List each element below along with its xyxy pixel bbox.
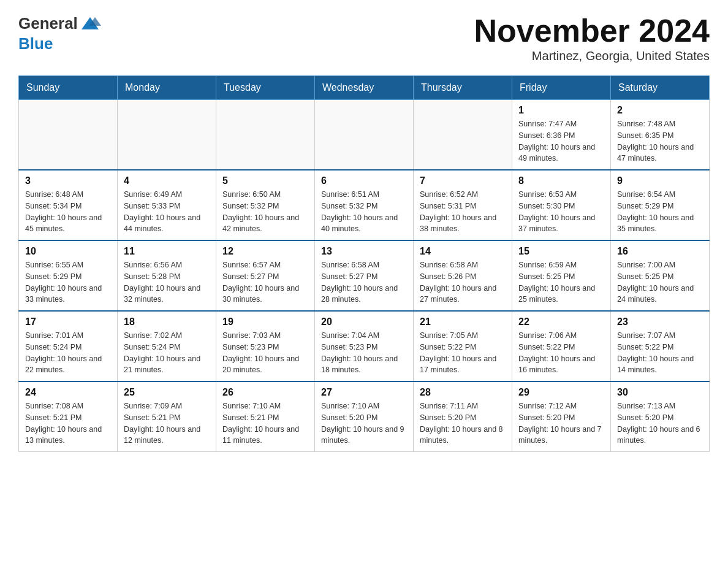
day-info: Sunrise: 6:55 AM Sunset: 5:29 PM Dayligh…	[25, 259, 111, 305]
day-number: 17	[25, 316, 111, 327]
day-info: Sunrise: 7:09 AM Sunset: 5:21 PM Dayligh…	[124, 400, 210, 446]
day-info: Sunrise: 7:10 AM Sunset: 5:21 PM Dayligh…	[222, 400, 308, 446]
day-number: 28	[420, 387, 506, 398]
day-number: 2	[617, 105, 703, 116]
calendar-cell: 15Sunrise: 6:59 AM Sunset: 5:25 PM Dayli…	[512, 240, 611, 311]
day-number: 20	[321, 316, 407, 327]
day-number: 22	[518, 316, 604, 327]
day-info: Sunrise: 7:13 AM Sunset: 5:20 PM Dayligh…	[617, 400, 703, 446]
calendar-cell: 27Sunrise: 7:10 AM Sunset: 5:20 PM Dayli…	[315, 381, 414, 452]
calendar-cell: 9Sunrise: 6:54 AM Sunset: 5:29 PM Daylig…	[611, 170, 710, 240]
calendar-cell: 19Sunrise: 7:03 AM Sunset: 5:23 PM Dayli…	[216, 311, 315, 381]
calendar-cell: 17Sunrise: 7:01 AM Sunset: 5:24 PM Dayli…	[19, 311, 118, 381]
day-number: 19	[222, 316, 308, 327]
calendar-week-row: 17Sunrise: 7:01 AM Sunset: 5:24 PM Dayli…	[19, 311, 710, 381]
logo-blue-text: Blue	[18, 34, 53, 53]
day-number: 21	[420, 316, 506, 327]
calendar-cell: 1Sunrise: 7:47 AM Sunset: 6:36 PM Daylig…	[512, 100, 611, 170]
calendar-cell: 25Sunrise: 7:09 AM Sunset: 5:21 PM Dayli…	[118, 381, 216, 452]
day-number: 16	[617, 246, 703, 257]
day-info: Sunrise: 6:53 AM Sunset: 5:30 PM Dayligh…	[518, 189, 604, 235]
calendar-cell: 24Sunrise: 7:08 AM Sunset: 5:21 PM Dayli…	[19, 381, 118, 452]
day-number: 23	[617, 316, 703, 327]
day-info: Sunrise: 7:07 AM Sunset: 5:22 PM Dayligh…	[617, 330, 703, 376]
calendar-cell: 13Sunrise: 6:58 AM Sunset: 5:27 PM Dayli…	[315, 240, 414, 311]
calendar-cell: 26Sunrise: 7:10 AM Sunset: 5:21 PM Dayli…	[216, 381, 315, 452]
day-info: Sunrise: 7:48 AM Sunset: 6:35 PM Dayligh…	[617, 118, 703, 164]
day-info: Sunrise: 7:02 AM Sunset: 5:24 PM Dayligh…	[124, 330, 210, 376]
weekday-header-row: SundayMondayTuesdayWednesdayThursdayFrid…	[19, 76, 710, 100]
calendar-cell: 14Sunrise: 6:58 AM Sunset: 5:26 PM Dayli…	[414, 240, 512, 311]
day-number: 14	[420, 246, 506, 257]
weekday-header-monday: Monday	[118, 76, 216, 100]
weekday-header-friday: Friday	[512, 76, 611, 100]
weekday-header-thursday: Thursday	[414, 76, 512, 100]
calendar-cell: 2Sunrise: 7:48 AM Sunset: 6:35 PM Daylig…	[611, 100, 710, 170]
day-info: Sunrise: 7:03 AM Sunset: 5:23 PM Dayligh…	[222, 330, 308, 376]
day-info: Sunrise: 7:00 AM Sunset: 5:25 PM Dayligh…	[617, 259, 703, 305]
day-info: Sunrise: 7:05 AM Sunset: 5:22 PM Dayligh…	[420, 330, 506, 376]
calendar-cell: 3Sunrise: 6:48 AM Sunset: 5:34 PM Daylig…	[19, 170, 118, 240]
calendar-cell: 4Sunrise: 6:49 AM Sunset: 5:33 PM Daylig…	[118, 170, 216, 240]
logo: General Blue	[18, 12, 101, 53]
calendar-week-row: 3Sunrise: 6:48 AM Sunset: 5:34 PM Daylig…	[19, 170, 710, 240]
calendar-table: SundayMondayTuesdayWednesdayThursdayFrid…	[18, 75, 710, 452]
calendar-cell: 23Sunrise: 7:07 AM Sunset: 5:22 PM Dayli…	[611, 311, 710, 381]
weekday-header-wednesday: Wednesday	[315, 76, 414, 100]
day-info: Sunrise: 6:58 AM Sunset: 5:27 PM Dayligh…	[321, 259, 407, 305]
day-info: Sunrise: 6:58 AM Sunset: 5:26 PM Dayligh…	[420, 259, 506, 305]
calendar-week-row: 24Sunrise: 7:08 AM Sunset: 5:21 PM Dayli…	[19, 381, 710, 452]
calendar-cell: 20Sunrise: 7:04 AM Sunset: 5:23 PM Dayli…	[315, 311, 414, 381]
day-info: Sunrise: 7:06 AM Sunset: 5:22 PM Dayligh…	[518, 330, 604, 376]
day-number: 18	[124, 316, 210, 327]
month-title: November 2024	[474, 12, 710, 49]
day-number: 9	[617, 175, 703, 186]
day-number: 6	[321, 175, 407, 186]
day-number: 10	[25, 246, 111, 257]
day-info: Sunrise: 6:49 AM Sunset: 5:33 PM Dayligh…	[124, 189, 210, 235]
calendar-cell: 6Sunrise: 6:51 AM Sunset: 5:32 PM Daylig…	[315, 170, 414, 240]
page-header: General Blue November 2024 Martinez, Geo…	[18, 12, 710, 63]
calendar-cell	[315, 100, 414, 170]
day-number: 1	[518, 105, 604, 116]
day-number: 12	[222, 246, 308, 257]
day-info: Sunrise: 7:08 AM Sunset: 5:21 PM Dayligh…	[25, 400, 111, 446]
logo-icon	[79, 12, 101, 34]
calendar-cell	[216, 100, 315, 170]
day-info: Sunrise: 6:48 AM Sunset: 5:34 PM Dayligh…	[25, 189, 111, 235]
day-info: Sunrise: 7:12 AM Sunset: 5:20 PM Dayligh…	[518, 400, 604, 446]
day-info: Sunrise: 7:04 AM Sunset: 5:23 PM Dayligh…	[321, 330, 407, 376]
day-info: Sunrise: 6:51 AM Sunset: 5:32 PM Dayligh…	[321, 189, 407, 235]
day-info: Sunrise: 6:56 AM Sunset: 5:28 PM Dayligh…	[124, 259, 210, 305]
calendar-cell: 30Sunrise: 7:13 AM Sunset: 5:20 PM Dayli…	[611, 381, 710, 452]
calendar-cell: 21Sunrise: 7:05 AM Sunset: 5:22 PM Dayli…	[414, 311, 512, 381]
day-number: 25	[124, 387, 210, 398]
day-number: 3	[25, 175, 111, 186]
weekday-header-tuesday: Tuesday	[216, 76, 315, 100]
calendar-cell: 16Sunrise: 7:00 AM Sunset: 5:25 PM Dayli…	[611, 240, 710, 311]
weekday-header-sunday: Sunday	[19, 76, 118, 100]
location-text: Martinez, Georgia, United States	[474, 49, 710, 63]
day-info: Sunrise: 6:50 AM Sunset: 5:32 PM Dayligh…	[222, 189, 308, 235]
title-block: November 2024 Martinez, Georgia, United …	[474, 12, 710, 63]
day-number: 15	[518, 246, 604, 257]
calendar-cell	[118, 100, 216, 170]
calendar-cell: 8Sunrise: 6:53 AM Sunset: 5:30 PM Daylig…	[512, 170, 611, 240]
calendar-cell: 12Sunrise: 6:57 AM Sunset: 5:27 PM Dayli…	[216, 240, 315, 311]
logo-general-text: General	[18, 14, 78, 33]
day-info: Sunrise: 6:57 AM Sunset: 5:27 PM Dayligh…	[222, 259, 308, 305]
day-info: Sunrise: 7:10 AM Sunset: 5:20 PM Dayligh…	[321, 400, 407, 446]
calendar-week-row: 1Sunrise: 7:47 AM Sunset: 6:36 PM Daylig…	[19, 100, 710, 170]
calendar-cell	[19, 100, 118, 170]
calendar-cell: 22Sunrise: 7:06 AM Sunset: 5:22 PM Dayli…	[512, 311, 611, 381]
weekday-header-saturday: Saturday	[611, 76, 710, 100]
day-number: 11	[124, 246, 210, 257]
calendar-week-row: 10Sunrise: 6:55 AM Sunset: 5:29 PM Dayli…	[19, 240, 710, 311]
day-info: Sunrise: 6:52 AM Sunset: 5:31 PM Dayligh…	[420, 189, 506, 235]
calendar-cell	[414, 100, 512, 170]
calendar-cell: 18Sunrise: 7:02 AM Sunset: 5:24 PM Dayli…	[118, 311, 216, 381]
day-number: 30	[617, 387, 703, 398]
day-info: Sunrise: 6:59 AM Sunset: 5:25 PM Dayligh…	[518, 259, 604, 305]
calendar-cell: 28Sunrise: 7:11 AM Sunset: 5:20 PM Dayli…	[414, 381, 512, 452]
day-info: Sunrise: 7:01 AM Sunset: 5:24 PM Dayligh…	[25, 330, 111, 376]
